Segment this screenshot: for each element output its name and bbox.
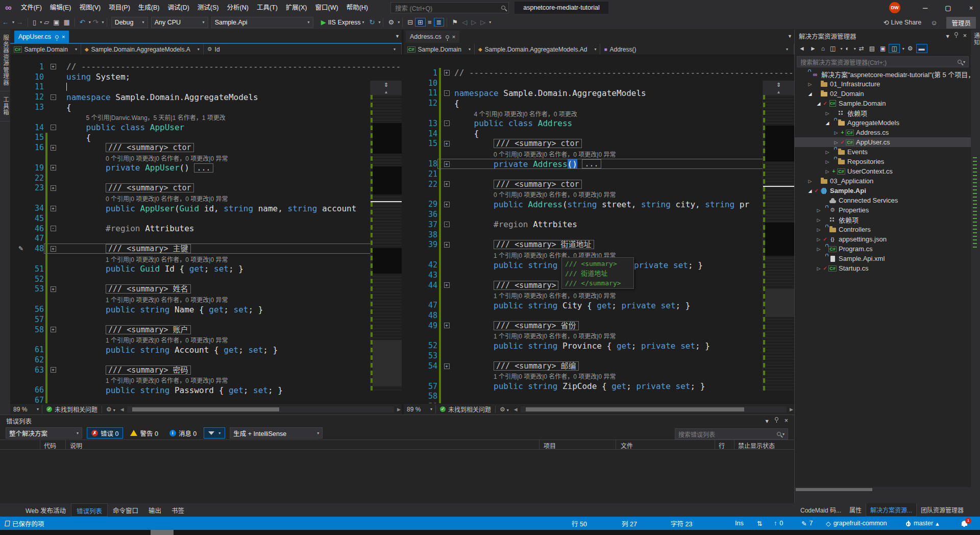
- expand-arrow-icon[interactable]: ▷: [815, 208, 822, 213]
- expand-arrow-icon[interactable]: ◢: [806, 91, 814, 96]
- code-line[interactable]: 23+ /// <summary> ctor: [10, 183, 402, 193]
- menu-分析(N)[interactable]: 分析(N): [223, 4, 253, 11]
- back-icon[interactable]: ◄: [797, 44, 807, 53]
- code-line[interactable]: 49+ /// <summary> 省份: [404, 321, 794, 331]
- codelens[interactable]: 0 个引用|0 项更改|0 名作者，0 项更改|0 异常: [404, 149, 794, 159]
- code-line[interactable]: 52: [10, 274, 402, 284]
- properties-page-icon[interactable]: ▣: [878, 44, 888, 53]
- open-file-icon[interactable]: ▱: [42, 18, 51, 26]
- tree-item-sample.api.xml[interactable]: Sample.Api.xml: [795, 254, 971, 263]
- expand-arrow-icon[interactable]: ◢: [815, 101, 822, 106]
- new-file-icon[interactable]: ▯: [31, 18, 38, 26]
- code-line[interactable]: 58+ /// <summary> 账户: [10, 325, 402, 335]
- code-line[interactable]: 19+ private AppUser() ...: [10, 163, 402, 173]
- codelens[interactable]: 1 个引用|0 项更改|0 名作者，0 项更改|0 异常: [10, 375, 402, 385]
- navigate-back-icon[interactable]: ←: [0, 18, 11, 26]
- expand-arrow-icon[interactable]: ▷: [815, 247, 822, 252]
- debug-configuration-combo[interactable]: Debug▾: [111, 17, 148, 28]
- save-icon[interactable]: ▣: [51, 18, 61, 26]
- code-line[interactable]: 22: [10, 173, 402, 183]
- codelens[interactable]: 1 个引用|0 项更改|0 名作者，0 项更改|0 异常: [404, 371, 794, 381]
- code-line[interactable]: 38: [404, 230, 794, 240]
- scroll-up-icon[interactable]: ▲: [763, 89, 794, 95]
- preview-selected-icon[interactable]: ◫: [889, 44, 899, 53]
- fold-toggle-icon[interactable]: +: [51, 64, 56, 69]
- menu-视图(V)[interactable]: 视图(V): [75, 4, 105, 11]
- forward-icon[interactable]: ►: [808, 44, 818, 53]
- code-line[interactable]: 10using System;: [10, 72, 402, 82]
- fold-toggle-icon[interactable]: +: [51, 367, 56, 373]
- column-header-代码[interactable]: 代码: [44, 441, 56, 450]
- code-editor-address[interactable]: 1+// -----------------------------------…: [404, 55, 794, 403]
- bottom-tab-命令窗口[interactable]: 命令窗口: [108, 503, 143, 517]
- fold-toggle-icon[interactable]: +: [51, 246, 56, 252]
- tree-item-appsettings.json[interactable]: ▷✓{}appsettings.json: [795, 234, 971, 244]
- code-line[interactable]: 15 {: [10, 133, 402, 143]
- fold-toggle-icon[interactable]: +: [444, 323, 450, 328]
- fold-toggle-icon[interactable]: +: [444, 141, 450, 147]
- codelens[interactable]: 1 个引用|0 项更改|0 名作者，0 项更改|0 异常: [404, 290, 794, 301]
- close-button[interactable]: ×: [960, 0, 980, 15]
- code-line[interactable]: 47: [10, 234, 402, 244]
- code-line[interactable]: 21: [404, 169, 794, 179]
- panel-tab-解决方案资源...[interactable]: 解决方案资源...: [866, 503, 917, 517]
- avatar[interactable]: DW: [889, 2, 900, 13]
- sync-active-icon[interactable]: ⇄: [857, 44, 866, 53]
- tree-item-sample.api[interactable]: ◢✓Sample.Api: [795, 186, 971, 196]
- codelens[interactable]: 1 个引用|0 项更改|0 名作者，0 项更改|0 异常: [10, 254, 402, 264]
- code-line[interactable]: 18+ private Address() ...: [404, 159, 794, 169]
- fold-toggle-icon[interactable]: -: [444, 120, 450, 126]
- code-line[interactable]: 15+ /// <summary> ctor: [404, 139, 794, 149]
- expand-arrow-icon[interactable]: ▷: [824, 159, 831, 164]
- fold-toggle-icon[interactable]: +: [444, 202, 450, 207]
- code-line[interactable]: 13{: [10, 102, 402, 112]
- fold-toggle-icon[interactable]: +: [444, 70, 450, 76]
- breadcrumb-csharp-file[interactable]: C#Sample.Domain▾: [404, 44, 475, 55]
- home-icon[interactable]: ⌂: [819, 44, 827, 53]
- close-icon[interactable]: ×: [452, 34, 455, 40]
- menu-测试(S)[interactable]: 测试(S): [193, 4, 223, 11]
- save-all-icon[interactable]: ▦: [61, 18, 71, 26]
- code-line[interactable]: 61 public string Account { get; set; }: [10, 345, 402, 355]
- tree-item-program.cs[interactable]: ▷C#Program.cs: [795, 244, 971, 254]
- startup-project-combo[interactable]: Sample.Api▾: [211, 17, 313, 28]
- code-line[interactable]: 58: [404, 392, 794, 402]
- code-health-indicator[interactable]: ✓未找到相关问题: [42, 405, 102, 414]
- horizontal-scrollbar[interactable]: [127, 406, 394, 412]
- restore-button[interactable]: ▢: [937, 0, 960, 15]
- fold-toggle-icon[interactable]: +: [444, 181, 450, 187]
- expand-arrow-icon[interactable]: ▷: [824, 150, 831, 155]
- tree-item-controllers[interactable]: ▷Controllers: [795, 225, 971, 234]
- tab-appuser-cs[interactable]: AppUser.cs×: [14, 31, 69, 43]
- code-line[interactable]: 51 public Guid Id { get; set; }: [10, 264, 402, 274]
- code-line[interactable]: 12-namespace Sample.Domain.AggregateMode…: [10, 92, 402, 102]
- fold-toggle-icon[interactable]: +: [444, 242, 450, 248]
- code-line[interactable]: 57: [10, 314, 402, 325]
- live-share-icon[interactable]: ⟲: [881, 19, 891, 27]
- live-share-label[interactable]: Live Share: [891, 19, 921, 26]
- bookmark-icon[interactable]: ⚑: [450, 18, 460, 26]
- window-position-icon[interactable]: ▾: [765, 417, 768, 425]
- breadcrumb-class[interactable]: ◆Sample.Domain.AggregateModels.A▾: [81, 44, 204, 55]
- menu-工具(T)[interactable]: 工具(T): [253, 4, 282, 11]
- expand-arrow-icon[interactable]: ▷: [806, 82, 814, 87]
- fold-toggle-icon[interactable]: +: [444, 282, 450, 288]
- fold-toggle-icon[interactable]: +: [51, 327, 56, 332]
- tree-item-appuser.cs[interactable]: ▷✓C#AppUser.cs: [795, 137, 971, 147]
- tool-strip-tab[interactable]: 服务器资源管理器: [0, 30, 10, 91]
- toggle-outlining-icon[interactable]: ⊞: [415, 18, 426, 27]
- expand-arrow-icon[interactable]: ▷: [824, 111, 831, 116]
- warnings-filter-button[interactable]: 警告 0: [126, 427, 162, 439]
- fold-toggle-icon[interactable]: +: [51, 145, 56, 151]
- expand-arrow-icon[interactable]: ▷: [815, 227, 822, 232]
- fold-toggle-icon[interactable]: +: [51, 165, 56, 171]
- code-line[interactable]: 1+// -----------------------------------…: [404, 68, 794, 78]
- codelens[interactable]: 4 个引用|0 项更改|0 名作者，0 项更改: [404, 108, 794, 118]
- pin-icon[interactable]: [55, 35, 59, 39]
- codelens[interactable]: 1 个引用|0 项更改|0 名作者，0 项更改|0 异常: [10, 294, 402, 304]
- fold-toggle-icon[interactable]: +: [51, 185, 56, 191]
- pending-changes[interactable]: ✎ 7: [801, 517, 813, 530]
- code-line[interactable]: 37- #region Attrbites: [404, 220, 794, 230]
- code-line[interactable]: 16+ /// <summary> ctor: [10, 142, 402, 153]
- pin-icon[interactable]: [775, 417, 778, 421]
